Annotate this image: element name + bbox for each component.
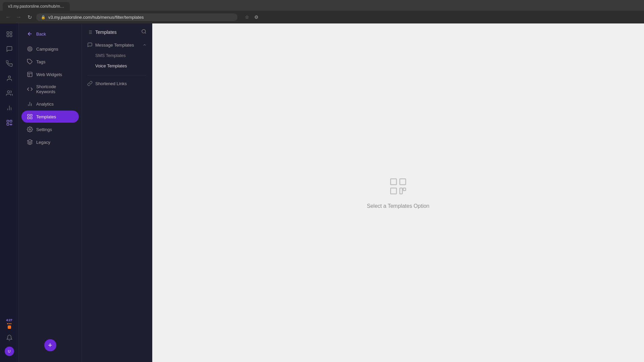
voice-templates-label: Voice Templates xyxy=(95,63,127,68)
link-icon xyxy=(87,81,93,86)
templates-title-group: Templates xyxy=(87,29,117,35)
web-widgets-label: Web Widgets xyxy=(36,72,62,77)
icon-bar-avatar[interactable]: U xyxy=(3,345,16,358)
nav-sidebar: Back Campaigns Tags Web Widgets xyxy=(19,23,82,362)
web-widgets-icon xyxy=(27,71,33,77)
nav-back-button[interactable]: Back xyxy=(21,28,79,40)
svg-point-5 xyxy=(7,91,10,93)
icon-bar-templates[interactable] xyxy=(3,116,16,129)
divider xyxy=(87,75,147,75)
icon-bar-messages[interactable] xyxy=(3,42,16,56)
templates-nav-icon xyxy=(27,114,33,120)
chevron-up-icon xyxy=(143,43,147,47)
templates-nav-label: Templates xyxy=(36,114,56,119)
nav-templates[interactable]: Templates xyxy=(21,111,79,123)
svg-point-4 xyxy=(8,76,10,78)
svg-rect-38 xyxy=(403,188,406,191)
campaigns-label: Campaigns xyxy=(36,47,58,52)
back-arrow-icon xyxy=(27,31,33,37)
nav-legacy[interactable]: Legacy xyxy=(21,136,79,148)
icon-bar-phone[interactable] xyxy=(3,57,16,70)
svg-rect-10 xyxy=(10,120,12,122)
svg-rect-23 xyxy=(28,117,29,119)
svg-rect-11 xyxy=(7,123,9,125)
message-icon xyxy=(87,42,93,48)
nav-analytics[interactable]: Analytics xyxy=(21,98,79,110)
list-icon xyxy=(87,29,93,35)
svg-line-33 xyxy=(145,33,146,34)
shortcode-label: Shortcode Keywords xyxy=(36,84,73,94)
empty-state: Select a Templates Option xyxy=(367,176,429,209)
address-bar[interactable]: 🔒 v3.my.pastorsline.com/hub/menus/filter… xyxy=(36,13,237,21)
nav-campaigns[interactable]: Campaigns xyxy=(21,43,79,55)
empty-state-icon xyxy=(388,176,408,198)
message-templates-section: Message Templates SMS Templates Voice Te… xyxy=(82,40,152,72)
sms-templates-item[interactable]: SMS Templates xyxy=(82,50,152,61)
voice-templates-item[interactable]: Voice Templates xyxy=(82,61,152,71)
message-templates-header[interactable]: Message Templates xyxy=(82,40,152,50)
analytics-nav-label: Analytics xyxy=(36,102,54,107)
app-container: 4:27 ●●● U Back xyxy=(0,23,644,362)
icon-bar-contacts[interactable] xyxy=(3,72,16,85)
svg-rect-9 xyxy=(7,120,9,122)
svg-point-13 xyxy=(30,49,30,49)
campaigns-icon xyxy=(27,46,33,52)
svg-rect-17 xyxy=(28,72,32,77)
nav-settings[interactable]: Settings xyxy=(21,123,79,135)
svg-rect-21 xyxy=(28,114,29,116)
icon-bar-bottom: 4:27 ●●● U xyxy=(3,316,16,358)
time-display: 4:27 xyxy=(6,319,12,322)
svg-point-14 xyxy=(29,48,31,50)
svg-rect-35 xyxy=(400,179,406,185)
browser-chrome: v3.my.pastorsline.com/hub/menus/filter/t… xyxy=(0,0,644,23)
svg-rect-24 xyxy=(31,117,32,119)
add-button[interactable]: + xyxy=(44,339,56,351)
svg-rect-2 xyxy=(7,35,9,37)
shortcode-icon xyxy=(27,86,33,92)
svg-rect-0 xyxy=(7,32,9,34)
back-button[interactable]: ← xyxy=(4,13,12,21)
user-avatar: U xyxy=(5,347,14,356)
shortened-links-item[interactable]: Shortened Links xyxy=(82,78,152,89)
bookmark-icon[interactable]: ☆ xyxy=(243,13,251,21)
icon-bar-analytics[interactable] xyxy=(3,101,16,115)
sms-templates-label: SMS Templates xyxy=(95,53,126,58)
forward-button[interactable]: → xyxy=(15,13,23,21)
tab-title: v3.my.pastorsline.com/hub/menus/filter/t… xyxy=(8,4,70,9)
svg-point-15 xyxy=(28,47,32,51)
extensions-icon[interactable]: ⚙ xyxy=(252,13,260,21)
shortened-links-label: Shortened Links xyxy=(95,81,127,86)
settings-icon xyxy=(27,126,33,132)
tags-label: Tags xyxy=(36,59,45,64)
svg-rect-22 xyxy=(31,114,32,116)
message-templates-label: Message Templates xyxy=(95,43,134,48)
icon-bar-bell[interactable] xyxy=(3,331,16,345)
icon-bar-groups[interactable] xyxy=(3,86,16,100)
svg-rect-3 xyxy=(10,35,12,37)
tags-icon xyxy=(27,59,33,65)
reload-button[interactable]: ↻ xyxy=(25,13,34,21)
empty-state-text: Select a Templates Option xyxy=(367,203,429,209)
search-icon xyxy=(141,29,147,34)
settings-label: Settings xyxy=(36,127,52,132)
templates-panel-header: Templates xyxy=(82,23,152,40)
plus-section: + xyxy=(19,333,82,358)
nav-tags[interactable]: Tags xyxy=(21,56,79,68)
search-button[interactable] xyxy=(141,29,147,36)
svg-point-32 xyxy=(142,29,146,33)
nav-web-widgets[interactable]: Web Widgets xyxy=(21,68,79,80)
notification-dot xyxy=(8,325,11,329)
svg-rect-37 xyxy=(400,188,402,194)
tab-bar: v3.my.pastorsline.com/hub/menus/filter/t… xyxy=(0,0,644,11)
back-label: Back xyxy=(36,32,46,37)
icon-bar-time: 4:27 ●●● xyxy=(3,316,16,331)
browser-toolbar: ← → ↻ 🔒 v3.my.pastorsline.com/hub/menus/… xyxy=(0,11,644,23)
svg-rect-36 xyxy=(390,188,396,194)
icon-bar-dashboard[interactable] xyxy=(3,27,16,41)
active-tab[interactable]: v3.my.pastorsline.com/hub/menus/filter/t… xyxy=(3,2,70,11)
nav-shortcode-keywords[interactable]: Shortcode Keywords xyxy=(21,81,79,97)
icon-bar: 4:27 ●●● U xyxy=(0,23,19,362)
analytics-nav-icon xyxy=(27,101,33,107)
svg-rect-12 xyxy=(10,124,12,125)
lock-icon: 🔒 xyxy=(41,15,46,19)
